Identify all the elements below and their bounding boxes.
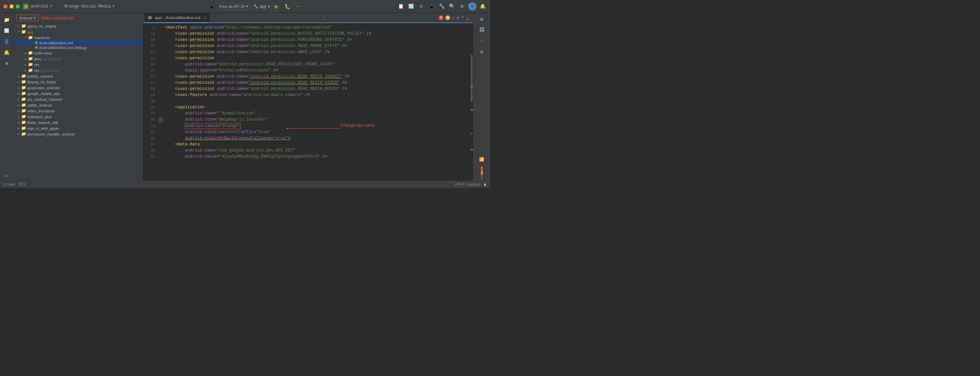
- tree-item-java-gen[interactable]: ▶ 📁 java (generated): [14, 56, 143, 62]
- sdk-button[interactable]: 🔧: [438, 2, 446, 11]
- avatar-button[interactable]: 👤: [468, 2, 476, 11]
- android-tab[interactable]: Android ▾: [16, 15, 39, 21]
- line-number: 38: [143, 148, 158, 154]
- device-selector[interactable]: Pixel 4a API 34 ▾: [217, 3, 250, 10]
- status-bar: ⎇ main 36:9 UTF-8 4 spaces 🐧: [0, 181, 490, 188]
- code-editor[interactable]: 1 <manifest xmlns:android="http://schema…: [143, 23, 473, 181]
- folder-generated-icon: 📁: [28, 68, 33, 73]
- device-manager-button[interactable]: 📱: [427, 2, 436, 11]
- line-number: 30: [143, 98, 158, 104]
- sidebar-icon-commit[interactable]: ⬜: [2, 26, 11, 35]
- tab-label: app/.../AndroidManifest.xml: [155, 16, 200, 20]
- tab-more-button[interactable]: ⋮: [320, 15, 329, 21]
- folder-icon: 📁: [21, 108, 26, 113]
- tree-item-agora[interactable]: ▶ 📁 agora_rtc_engine: [14, 23, 143, 29]
- tree-item-sqlite[interactable]: ▶ 📁 sqflite_android: [14, 102, 143, 108]
- branch-selector[interactable]: Orange-Social-Media ▾: [64, 4, 115, 9]
- tree-item-app[interactable]: ▼ 📁 app: [14, 29, 143, 35]
- right-sidebar-icon-resource[interactable]: 🖼: [477, 25, 487, 35]
- line-content: <uses-permission android:name="android.p…: [164, 43, 347, 49]
- tree-label: AndroidManifest.xml (debug): [39, 46, 87, 50]
- minimize-button[interactable]: [10, 5, 14, 8]
- tree-arrow: ▶: [16, 97, 21, 102]
- tree-item-wakelock[interactable]: ▶ 📁 wakelock_plus: [14, 114, 143, 119]
- right-sidebar-icon-layout[interactable]: ⊞: [477, 14, 487, 24]
- tree-item-kotlin[interactable]: ▶ 📁 kotlin+java: [14, 50, 143, 56]
- tree-label: manifests: [34, 36, 50, 40]
- notifications-button[interactable]: 🔔: [479, 2, 487, 11]
- tree-label: app: [27, 30, 33, 34]
- tree-item-permission[interactable]: ▶ 📁 permission_handler_android: [14, 131, 143, 137]
- tree-label: flutter_branch_sdk: [27, 121, 58, 125]
- folder-icon: 📁: [21, 29, 26, 34]
- tree-item-video[interactable]: ▶ 📁 video_thumbnail: [14, 108, 143, 114]
- tree-item-androidmanifest[interactable]: M AndroidManifest.xml: [14, 41, 143, 45]
- tree-item-manifests[interactable]: ▼ 📁 manifests: [14, 35, 143, 41]
- status-encoding[interactable]: UTF-8: [455, 182, 464, 186]
- folder-icon: 📁: [21, 120, 26, 125]
- gradle-button[interactable]: ≡: [417, 2, 425, 11]
- folder-icon: 📁: [21, 74, 26, 79]
- line-content: tools:ignore="ProtectedPermissions" />: [164, 67, 278, 74]
- sync-button[interactable]: 🔄: [407, 2, 415, 11]
- tree-item-res-gen[interactable]: ▶ 📁 res (generated): [14, 67, 143, 73]
- right-sidebar-icon-gradle[interactable]: —: [477, 36, 487, 46]
- scrollbar-track[interactable]: [470, 23, 473, 181]
- right-sidebar-wifi-icon[interactable]: 📶: [477, 155, 487, 164]
- line-number: 19: [143, 31, 158, 37]
- tree-item-androidmanifest-debug[interactable]: M AndroidManifest.xml (debug): [14, 45, 143, 50]
- tree-item-bubbly[interactable]: ▶ 📁 bubbly_camera: [14, 73, 143, 79]
- tree-item-res[interactable]: ▶ 📁 res: [14, 62, 143, 67]
- sidebar-icon-files[interactable]: 📁: [2, 15, 11, 24]
- tab-close-icon[interactable]: ✕: [204, 16, 206, 20]
- vcs-button[interactable]: 📋: [397, 2, 405, 11]
- android-tab-dropdown: ▾: [34, 16, 36, 20]
- tree-label: agora_rtc_engine: [27, 24, 57, 28]
- debug-button[interactable]: 🐛: [283, 2, 292, 11]
- status-git-branch[interactable]: ⎇ main: [3, 182, 15, 186]
- code-line: 22 <uses-permission android:name="androi…: [143, 49, 473, 55]
- maximize-button[interactable]: [16, 5, 20, 8]
- settings-button[interactable]: ⚙: [458, 2, 466, 11]
- file-tree-content[interactable]: ▶ 📁 agora_rtc_engine ▼ 📁 app ▼ 📁 manifes…: [14, 23, 143, 181]
- line-content: <uses-permission android:name="android.p…: [164, 80, 347, 86]
- folder-icon: 📁: [28, 62, 33, 67]
- tree-item-ffmpeg[interactable]: ▶ 📁 ffmpeg_kit_flutter: [14, 79, 143, 85]
- main-layout: 📁 ⬜ 👤 🔔 ⊛ ⋯ Android ▾ Select android tab…: [0, 13, 490, 181]
- code-line: 20 <uses-permission android:name="androi…: [143, 37, 473, 43]
- expand-icon[interactable]: ⌄: [466, 15, 469, 21]
- sidebar-icon-more[interactable]: ⋯: [2, 171, 11, 181]
- code-line: 1 <manifest xmlns:android="http://schema…: [143, 24, 473, 31]
- tree-arrow: ▶: [16, 121, 21, 125]
- project-selector[interactable]: A android ▾: [23, 4, 52, 9]
- more-actions-button[interactable]: ⋯: [294, 2, 302, 11]
- editor-tab-androidmanifest[interactable]: M app/.../AndroidManifest.xml ✕: [145, 13, 210, 23]
- sidebar-icon-notifications[interactable]: 🔔: [2, 48, 11, 57]
- fold-indicator[interactable]: -: [158, 117, 164, 123]
- line-number: 24: [143, 61, 158, 67]
- tree-item-sign-in[interactable]: ▶ 📁 sign_in_with_apple: [14, 125, 143, 131]
- line-content: <uses-permission: [164, 55, 214, 61]
- sidebar-icon-profile[interactable]: 👤: [2, 37, 11, 46]
- tree-item-flutter-branch[interactable]: ▶ 📁 flutter_branch_sdk: [14, 119, 143, 125]
- tree-arrow: ▶: [23, 68, 28, 73]
- search-button[interactable]: 🔍: [448, 2, 456, 11]
- scrollbar-thumb[interactable]: [471, 54, 473, 102]
- collapse-icon[interactable]: ⌃: [461, 15, 464, 21]
- tree-item-google-ads[interactable]: ▶ 📁 google_mobile_ads: [14, 90, 143, 97]
- tree-item-iris[interactable]: ▶ 📁 iris_method_channel: [14, 97, 143, 102]
- tree-label: res: [34, 63, 39, 67]
- app-dropdown-icon: ▾: [268, 4, 270, 9]
- run-button[interactable]: ▶: [273, 2, 281, 11]
- tree-label: iris_method_channel: [27, 97, 62, 102]
- device-icon: 📱: [209, 4, 214, 9]
- tree-item-geolocator[interactable]: ▶ 📁 geolocator_android: [14, 85, 143, 90]
- folder-icon: 📁: [28, 35, 33, 40]
- code-line: 30: [143, 98, 473, 104]
- tree-label: video_thumbnail: [27, 109, 54, 113]
- sidebar-icon-find[interactable]: ⊛: [2, 59, 11, 68]
- close-button[interactable]: [3, 5, 8, 8]
- right-sidebar-icon-build[interactable]: ⊟: [477, 47, 487, 57]
- status-indent[interactable]: 4 spaces: [467, 182, 480, 186]
- status-line-col[interactable]: 36:9: [18, 182, 25, 186]
